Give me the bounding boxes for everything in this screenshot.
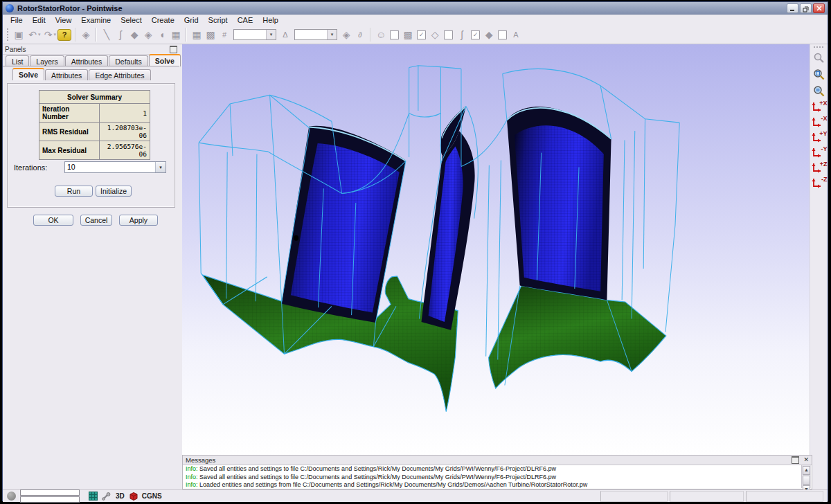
zoom-fit-icon[interactable] — [812, 84, 827, 99]
cancel-button[interactable]: Cancel — [80, 215, 112, 226]
status-field-top — [20, 489, 80, 496]
table-row: RMS Residual 1.208703e-06 — [39, 123, 150, 141]
spacing-delta-icon[interactable]: Δ — [279, 28, 292, 41]
scrollbar-thumb[interactable] — [803, 476, 810, 485]
redo-dropdown-icon[interactable]: ▾ — [54, 32, 57, 37]
mask-domain-checkbox[interactable] — [444, 30, 453, 39]
solver-summary-table: Solver Summary Iteration Number 1 RMS Re… — [39, 90, 150, 160]
mask-connector-icon[interactable]: ʃ — [456, 28, 468, 41]
initialize-button[interactable]: Initialize — [96, 186, 132, 197]
create-connector-icon[interactable]: ╲ — [100, 28, 113, 41]
menu-help[interactable]: Help — [258, 15, 283, 25]
mask-note-icon[interactable]: A — [510, 28, 522, 41]
dimension-hash-icon[interactable]: # — [218, 28, 231, 41]
restore-button[interactable] — [800, 3, 812, 13]
iterations-value: 10 — [65, 162, 155, 172]
subtab-solve[interactable]: Solve — [12, 68, 44, 80]
view-minus-y-button[interactable]: -Y — [811, 145, 828, 160]
partial-derivative-icon[interactable]: ∂ — [354, 28, 366, 41]
create-domain-grid-icon[interactable]: ◈ — [142, 28, 154, 41]
menu-grid[interactable]: Grid — [179, 15, 204, 25]
messages-header: Messages ✕ — [183, 456, 812, 465]
menu-edit[interactable]: Edit — [28, 15, 51, 25]
main-toolbar: ▣ ↶ ▾ ↷ ▾ ? ◈ ╲ ʃ ◆ ◈ ◖ ▦ ▦ ▩ # ▾ Δ ▾ ◈ … — [3, 26, 828, 44]
menu-file[interactable]: File — [6, 15, 28, 25]
view-plus-y-button[interactable]: +Y — [811, 130, 828, 145]
view-toolbar-grip[interactable] — [813, 46, 825, 49]
mask-database-icon[interactable]: ☺ — [375, 28, 387, 41]
selection-point[interactable] — [294, 235, 298, 241]
iterations-combobox[interactable]: 10 ▾ — [64, 161, 166, 173]
spacing-combobox-arrow[interactable]: ▾ — [327, 30, 337, 39]
menu-view[interactable]: View — [51, 15, 77, 25]
status-segment — [600, 491, 668, 502]
create-curve-icon[interactable]: ʃ — [114, 28, 127, 41]
close-button[interactable] — [813, 3, 825, 13]
structured-grid-icon[interactable]: ▦ — [190, 28, 203, 41]
app-window: RotorStatorRotor - Pointwise File Edit V… — [2, 1, 828, 501]
run-button[interactable]: Run — [55, 186, 93, 197]
scroll-up-icon[interactable]: ▲ — [803, 466, 810, 475]
undo-dropdown-icon[interactable]: ▾ — [38, 32, 41, 37]
view-minus-x-button[interactable]: -X — [811, 115, 828, 129]
log-level: Info: — [186, 474, 198, 480]
mask-connector-checkbox[interactable]: ✓ — [471, 30, 480, 39]
dimension-combobox[interactable]: ▾ — [233, 29, 276, 40]
mask-database-checkbox[interactable] — [390, 30, 399, 39]
messages-scrollbar[interactable]: ▲ ▼ — [801, 465, 811, 488]
menu-select[interactable]: Select — [116, 15, 147, 25]
menu-cae[interactable]: CAE — [233, 15, 258, 25]
create-domain-icon[interactable]: ◆ — [128, 28, 141, 41]
redo-icon[interactable]: ↷ — [42, 28, 55, 41]
toolbar-grip[interactable] — [6, 28, 10, 42]
apply-button[interactable]: Apply — [119, 215, 158, 226]
panels-dock: Panels List Layers Attributes Defaults S… — [3, 44, 179, 489]
title-bar[interactable]: RotorStatorRotor - Pointwise — [3, 2, 828, 15]
undo-icon[interactable]: ↶ — [26, 28, 39, 41]
menu-script[interactable]: Script — [204, 15, 233, 25]
mask-domain-icon[interactable]: ◇ — [429, 28, 441, 41]
messages-float-icon[interactable] — [792, 456, 799, 464]
tab-layers[interactable]: Layers — [30, 55, 64, 66]
create-unstructured-icon[interactable]: ◖ — [156, 28, 168, 41]
unstructured-grid-icon[interactable]: ▩ — [204, 28, 217, 41]
layers-icon[interactable]: ◈ — [80, 28, 92, 41]
toolbar-separator — [96, 28, 97, 42]
dimension-combobox-arrow[interactable]: ▾ — [266, 30, 276, 39]
tool-wrench-icon[interactable] — [102, 492, 111, 501]
help-icon[interactable]: ? — [57, 29, 71, 41]
mask-spacing-checkbox[interactable] — [498, 30, 507, 39]
viewport-3d[interactable] — [182, 44, 812, 455]
create-block-icon[interactable]: ▦ — [170, 28, 182, 41]
subtab-edge-attributes[interactable]: Edge Attributes — [89, 69, 150, 80]
save-icon[interactable]: ▣ — [12, 28, 25, 41]
log-line: Info: Loaded entities and settings from … — [186, 481, 802, 488]
tab-defaults[interactable]: Defaults — [109, 55, 148, 66]
log-line: Info: Saved all entities and settings to… — [186, 474, 802, 482]
tab-solve[interactable]: Solve — [149, 54, 181, 66]
iterations-dropdown-arrow[interactable]: ▾ — [155, 162, 166, 172]
view-plus-z-button[interactable]: +Z — [811, 161, 828, 175]
minimize-button[interactable] — [787, 3, 798, 13]
messages-log[interactable]: Info: Saved all entities and settings to… — [184, 465, 802, 488]
view-minus-z-button[interactable]: -Z — [811, 176, 828, 190]
max-residual-value: 2.956576e-06 — [100, 141, 150, 160]
ok-button[interactable]: OK — [33, 215, 73, 226]
spacing-combobox[interactable]: ▾ — [294, 29, 337, 40]
mask-block-icon[interactable]: ▩ — [402, 28, 414, 41]
tab-attributes[interactable]: Attributes — [65, 55, 108, 66]
menu-create[interactable]: Create — [147, 15, 179, 25]
mask-block-checkbox[interactable]: ✓ — [417, 30, 426, 39]
messages-close-icon[interactable]: ✕ — [803, 457, 809, 463]
layer-assign-icon[interactable]: ◈ — [340, 28, 352, 41]
zoom-box-icon[interactable] — [812, 67, 827, 82]
mask-spacing-icon[interactable]: ◆ — [483, 28, 495, 41]
zoom-icon[interactable] — [812, 51, 827, 66]
grid-mode-icon[interactable] — [89, 492, 98, 501]
tab-list[interactable]: List — [6, 55, 29, 66]
iteration-number-label: Iteration Number — [39, 104, 100, 123]
view-plus-x-button[interactable]: +X — [811, 100, 828, 114]
dock-float-icon[interactable] — [170, 46, 177, 53]
menu-examine[interactable]: Examine — [76, 15, 116, 25]
subtab-attributes[interactable]: Attributes — [45, 69, 88, 80]
